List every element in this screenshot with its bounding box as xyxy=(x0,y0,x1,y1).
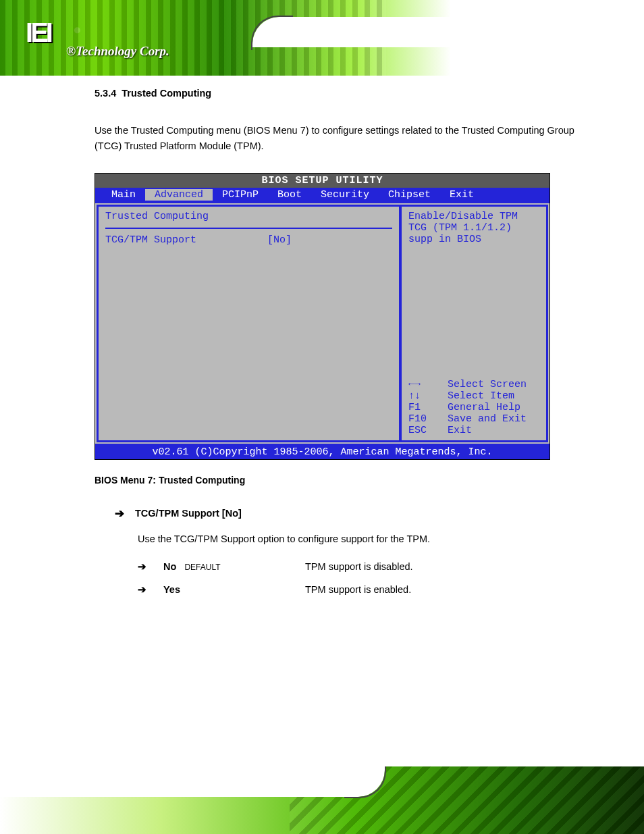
intro-paragraph: Use the Trusted Computing menu (BIOS Men… xyxy=(95,123,603,154)
bios-screenshot: BIOS SETUP UTILITY Main Advanced PCIPnP … xyxy=(95,173,550,460)
option-choice-desc: TPM support is disabled. xyxy=(305,559,603,575)
bios-setting-value: [No] xyxy=(267,234,292,246)
page-content: 5.3.4 Trusted Computing Use the Trusted … xyxy=(0,88,644,598)
bios-help-text: Enable/Disable TPM TCG (TPM 1.1/1.2) sup… xyxy=(408,211,539,245)
bios-tab-security[interactable]: Security xyxy=(311,189,379,201)
bios-help-line: supp in BIOS xyxy=(408,234,539,245)
option-heading-line: ➔ TCG/TPM Support [No] xyxy=(95,506,603,522)
bios-nav-row: ESCExit xyxy=(408,425,539,436)
bios-help-line: TCG (TPM 1.1/1.2) xyxy=(408,222,539,234)
bios-menu-bar: Main Advanced PCIPnP Boot Security Chips… xyxy=(95,188,549,202)
bios-nav-row: ↑↓Select Item xyxy=(408,390,539,402)
bios-tab-advanced[interactable]: Advanced xyxy=(145,189,213,201)
page-header-band: IEI ®Technology Corp. xyxy=(0,0,644,76)
brand-box: IEI ®Technology Corp. xyxy=(26,18,169,59)
bios-setting-row[interactable]: TCG/TPM Support [No] xyxy=(105,234,392,246)
bios-tab-main[interactable]: Main xyxy=(102,189,145,201)
bios-tab-exit[interactable]: Exit xyxy=(440,189,483,201)
bios-right-panel: Enable/Disable TPM TCG (TPM 1.1/1.2) sup… xyxy=(400,205,548,442)
bios-footer-bar: v02.61 (C)Copyright 1985-2006, American … xyxy=(95,445,549,459)
arrow-icon: ➔ xyxy=(138,559,157,573)
bios-title-bar: BIOS SETUP UTILITY xyxy=(95,174,549,188)
bios-nav-row: ←→Select Screen xyxy=(408,379,539,390)
option-body: Use the TCG/TPM Support option to config… xyxy=(95,531,603,547)
arrow-icon: ➔ xyxy=(115,506,124,522)
bios-setting-label: TCG/TPM Support xyxy=(105,234,267,246)
bios-section-header: Trusted Computing xyxy=(105,211,392,224)
footer-curve xyxy=(0,766,385,797)
bios-nav-list: ←→Select Screen ↑↓Select Item F1General … xyxy=(408,379,539,436)
arrow-icon: ➔ xyxy=(138,582,157,596)
option-choice-row: ➔ No DEFAULT TPM support is disabled. xyxy=(95,559,603,575)
header-curve xyxy=(252,17,644,47)
option-choice-row: ➔ Yes TPM support is enabled. xyxy=(95,582,603,598)
figure-caption: BIOS Menu 7: Trusted Computing xyxy=(95,475,603,486)
option-choice-desc: TPM support is enabled. xyxy=(305,582,603,598)
page-footer-band xyxy=(0,766,644,834)
brand-tagline: ®Technology Corp. xyxy=(66,44,169,59)
option-choice-name: Yes xyxy=(163,582,298,598)
bios-nav-row: F1General Help xyxy=(408,402,539,413)
bios-left-panel: Trusted Computing TCG/TPM Support [No] xyxy=(97,205,400,442)
option-title: TCG/TPM Support [No] xyxy=(135,506,242,521)
bios-tab-chipset[interactable]: Chipset xyxy=(379,189,440,201)
section-heading: 5.3.4 Trusted Computing xyxy=(95,88,603,99)
bios-tab-pcipnp[interactable]: PCIPnP xyxy=(213,189,268,201)
bios-tab-boot[interactable]: Boot xyxy=(268,189,311,201)
bios-divider xyxy=(105,228,392,229)
option-choice-name: No DEFAULT xyxy=(163,559,298,575)
bios-body: Trusted Computing TCG/TPM Support [No] E… xyxy=(95,202,549,445)
bios-help-line: Enable/Disable TPM xyxy=(408,211,539,222)
bios-nav-row: F10Save and Exit xyxy=(408,413,539,425)
